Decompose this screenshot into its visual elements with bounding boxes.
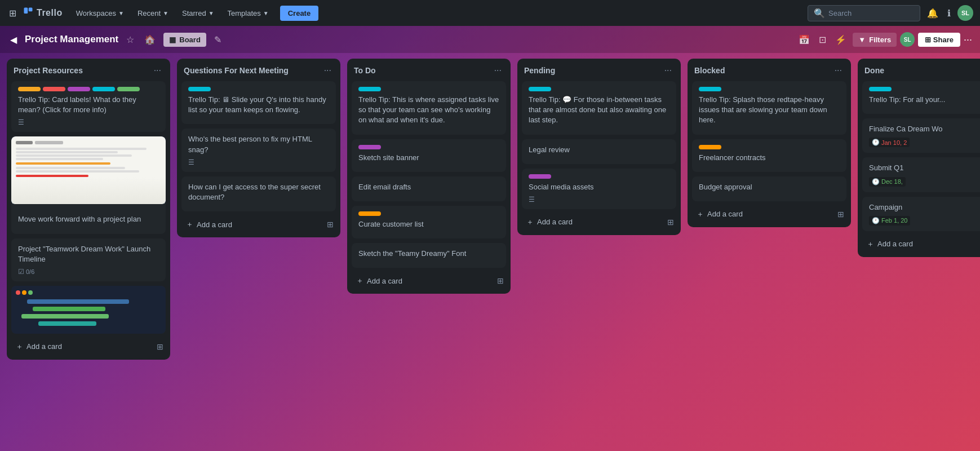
badge-date-submit: 🕐 Dec 18, [869, 177, 906, 187]
card-badges-submit: 🕐 Dec 18, [869, 177, 980, 187]
add-icon-blocked: ＋ [697, 209, 704, 219]
card-title-curate-customers: Curate customer list [358, 219, 499, 229]
filters-button[interactable]: ▼ Filters [853, 33, 897, 47]
card-budget-approval[interactable]: Budget approval ✎ [692, 176, 846, 201]
card-labels-freelancer [699, 145, 840, 149]
card-submit-q1[interactable]: Submit Q1 🕐 Dec 18, ✎ [862, 157, 980, 192]
card-title-sketch-banner: Sketch site banner [358, 153, 499, 163]
visibility-button[interactable]: 🏠 [142, 32, 158, 47]
label-cyan-todo [358, 87, 381, 91]
board-user-avatar[interactable]: SL [900, 32, 915, 47]
card-secret-doc[interactable]: How can I get access to the super secret… [181, 176, 336, 211]
checklist-icon: ☑ [18, 268, 24, 276]
customize-button[interactable]: ✎ [212, 32, 224, 47]
card-timeline-image[interactable]: ✎ [11, 286, 166, 334]
label-cyan-pending [529, 87, 551, 91]
card-badges-html: ☰ [188, 158, 329, 166]
list-menu-blocked[interactable]: ··· [832, 64, 844, 77]
card-sketch-banner[interactable]: Sketch site banner ✎ [352, 139, 506, 172]
list-footer-blocked: ＋ Add a card ⊞ [688, 201, 851, 227]
card-title-tip-inbetween: Trello Tip: 💬 For those in-between tasks… [529, 95, 669, 126]
card-tip-done[interactable]: Trello Tip: For all your... ✎ [862, 81, 980, 114]
calendar-button[interactable]: 📅 [796, 32, 813, 48]
list-content-blocked: Trello Tip: Splash those redtape-heavy i… [688, 81, 851, 201]
notifications-button[interactable]: 🔔 [925, 6, 941, 21]
add-icon: ＋ [16, 342, 23, 352]
workspaces-menu[interactable]: Workspaces ▼ [72, 7, 128, 20]
card-project-plan[interactable]: Move work forward with a project plan ✎ [11, 136, 166, 233]
starred-menu[interactable]: Starred ▼ [178, 7, 219, 20]
dashboard-button[interactable]: ⊡ [816, 32, 829, 48]
card-finalize-ca[interactable]: Finalize Ca Dream Wo 🕐 Jan 10, 2 ✎ [862, 118, 980, 153]
card-freelancer-contracts[interactable]: Freelancer contracts ✎ [692, 139, 846, 172]
board-view-button[interactable]: ▦ Board [163, 33, 206, 47]
card-html-snag[interactable]: Who's the best person to fix my HTML sna… [181, 129, 336, 171]
info-button[interactable]: ℹ [945, 6, 953, 21]
card-teamwork-timeline[interactable]: Project "Teamwork Dream Work" Launch Tim… [11, 238, 166, 281]
list-title-done: Done [864, 66, 884, 75]
add-template-btn-q[interactable]: ⊞ [325, 218, 336, 231]
list-title-blocked: Blocked [694, 66, 725, 75]
list-menu-pending[interactable]: ··· [662, 64, 674, 77]
card-tip-labels[interactable]: Trello Tip: Card labels! What do they me… [11, 81, 166, 132]
create-button[interactable]: Create [280, 6, 318, 21]
list-title-pending: Pending [524, 66, 555, 75]
card-title-campaign: Campaign [869, 202, 980, 213]
card-labels-tip-inbetween [529, 87, 669, 91]
automation-button[interactable]: ⚡ [832, 32, 849, 48]
add-card-project-resources[interactable]: ＋ Add a card [11, 338, 154, 355]
card-title-project-plan: Move work forward with a project plan [18, 214, 159, 224]
add-template-btn-blocked[interactable]: ⊞ [835, 207, 846, 221]
list-content-pending: Trello Tip: 💬 For those in-between tasks… [517, 81, 681, 209]
share-button[interactable]: ⊞ Share [918, 33, 960, 47]
list-footer-project-resources: ＋ Add a card ⊞ [7, 334, 170, 360]
add-card-blocked[interactable]: ＋ Add a card [692, 206, 835, 223]
add-card-pending[interactable]: ＋ Add a card [522, 214, 665, 231]
add-template-btn-pending[interactable]: ⊞ [665, 215, 676, 229]
recent-menu[interactable]: Recent ▼ [133, 7, 173, 20]
search-input[interactable] [828, 9, 914, 17]
list-header-project-resources: Project Resources ··· [7, 59, 170, 81]
list-menu-project-resources[interactable]: ··· [152, 64, 163, 77]
board-header-right: 📅 ⊡ ⚡ ▼ Filters SL ⊞ Share ··· [796, 32, 972, 48]
card-curate-customers[interactable]: Curate customer list ✎ [352, 206, 506, 238]
card-legal-review[interactable]: Legal review ✎ [522, 139, 676, 164]
add-card-todo[interactable]: ＋ Add a card [352, 272, 495, 289]
card-tip-inbetween[interactable]: Trello Tip: 💬 For those in-between tasks… [522, 81, 676, 135]
badge-desc-social: ☰ [529, 196, 535, 204]
list-content-todo: Trello Tip: This is where assigned tasks… [347, 81, 511, 268]
desc-icon-social: ☰ [529, 196, 535, 204]
add-card-questions[interactable]: ＋ Add a card [181, 216, 325, 233]
label-purple-sketch [358, 145, 381, 149]
search-box[interactable]: 🔍 [808, 5, 920, 21]
templates-menu[interactable]: Templates ▼ [223, 7, 273, 20]
card-campaign[interactable]: Campaign 🕐 Feb 1, 20 ✎ [862, 197, 980, 231]
card-tip-splash[interactable]: Trello Tip: Splash those redtape-heavy i… [692, 81, 846, 135]
card-social-media[interactable]: Social media assets ☰ ✎ [522, 169, 676, 209]
card-title-finalize-ca: Finalize Ca Dream Wo [869, 124, 980, 134]
list-header-todo: To Do ··· [347, 59, 511, 81]
card-title-sketch-font: Sketch the "Teamy Dreamy" Font [358, 249, 499, 259]
star-button[interactable]: ☆ [124, 32, 136, 47]
list-menu-todo[interactable]: ··· [492, 64, 504, 77]
card-edit-email[interactable]: Edit email drafts ✎ [352, 176, 506, 201]
grid-menu-button[interactable]: ⊞ [7, 6, 19, 21]
card-sketch-font[interactable]: Sketch the "Teamy Dreamy" Font ✎ [352, 243, 506, 268]
add-template-btn-todo[interactable]: ⊞ [495, 274, 506, 288]
sidebar-toggle[interactable]: ◀ [8, 32, 19, 47]
card-title-social-media: Social media assets [529, 182, 669, 192]
card-labels-social [529, 174, 669, 179]
card-image-inner [11, 136, 166, 204]
svg-rect-0 [24, 7, 28, 14]
card-tip-assigned[interactable]: Trello Tip: This is where assigned tasks… [352, 81, 506, 135]
list-header-pending: Pending ··· [517, 59, 681, 81]
more-options-button[interactable]: ··· [964, 34, 972, 46]
card-tip-slide[interactable]: Trello Tip: 🖥 Slide your Q's into this h… [181, 81, 336, 124]
list-menu-questions[interactable]: ··· [322, 64, 334, 77]
label-purple [68, 87, 90, 91]
card-labels [18, 87, 159, 91]
user-avatar[interactable]: SL [957, 5, 973, 21]
label-cyan [188, 87, 211, 91]
add-card-done[interactable]: ＋ Add a card [862, 236, 980, 253]
add-template-btn[interactable]: ⊞ [154, 340, 166, 353]
